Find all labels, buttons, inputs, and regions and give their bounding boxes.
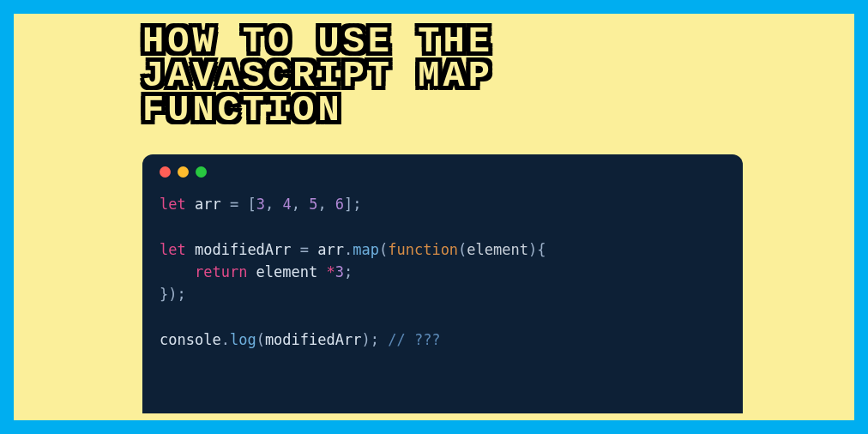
dot: . bbox=[221, 331, 230, 348]
method-map: map bbox=[353, 241, 379, 258]
minimize-icon[interactable] bbox=[178, 166, 189, 178]
param-element: element bbox=[467, 241, 528, 258]
headline-line-3: FUNCTION bbox=[142, 94, 493, 129]
paren-open: ( bbox=[256, 331, 265, 348]
keyword-let: let bbox=[160, 196, 186, 213]
semi: ; bbox=[344, 263, 353, 280]
comma: , bbox=[292, 196, 309, 213]
op-star: * bbox=[327, 263, 335, 280]
method-log: log bbox=[230, 331, 256, 348]
code-block: let arr = [3, 4, 5, 6]; let modifiedArr … bbox=[160, 193, 726, 351]
num-6: 6 bbox=[335, 196, 344, 213]
canvas: HOW TO USE THE JAVASCRIPT MAP FUNCTION l… bbox=[14, 14, 854, 420]
paren-open: ( bbox=[379, 241, 388, 258]
close-icon[interactable] bbox=[160, 166, 171, 178]
comment: // ??? bbox=[388, 331, 440, 348]
comma: , bbox=[317, 196, 335, 213]
bracket-close: ]; bbox=[344, 196, 361, 213]
dot: . bbox=[344, 241, 353, 258]
num-3: 3 bbox=[256, 196, 265, 213]
keyword-function: function bbox=[388, 241, 458, 258]
indent bbox=[160, 263, 195, 280]
keyword-return: return bbox=[195, 263, 247, 280]
op-eq: = bbox=[292, 241, 318, 258]
keyword-let: let bbox=[160, 241, 186, 258]
num-4: 4 bbox=[282, 196, 291, 213]
op-eq: = bbox=[221, 196, 248, 213]
paren-open: ( bbox=[458, 241, 467, 258]
ident-arr: arr bbox=[195, 196, 221, 213]
brace-close-line: }); bbox=[160, 286, 186, 303]
paren-close: ) bbox=[528, 241, 537, 258]
ident-modifiedArr: modifiedArr bbox=[195, 241, 292, 258]
comma: , bbox=[265, 196, 282, 213]
num-3b: 3 bbox=[335, 263, 344, 280]
headline-line-2: JAVASCRIPT MAP bbox=[142, 60, 493, 94]
ident-console: console bbox=[160, 331, 221, 348]
ident-element: element bbox=[247, 263, 326, 280]
num-5: 5 bbox=[309, 196, 317, 213]
zoom-icon[interactable] bbox=[196, 166, 207, 178]
brace-open: { bbox=[537, 241, 546, 258]
paren-close-semi: ); bbox=[361, 331, 388, 348]
headline: HOW TO USE THE JAVASCRIPT MAP FUNCTION bbox=[142, 26, 493, 129]
ident-arr-ref: arr bbox=[317, 241, 344, 258]
ident-modifiedArr-ref: modifiedArr bbox=[265, 331, 362, 348]
traffic-lights bbox=[160, 166, 726, 178]
headline-line-1: HOW TO USE THE bbox=[142, 26, 493, 60]
code-window: let arr = [3, 4, 5, 6]; let modifiedArr … bbox=[142, 154, 743, 413]
bracket-open: [ bbox=[247, 196, 256, 213]
